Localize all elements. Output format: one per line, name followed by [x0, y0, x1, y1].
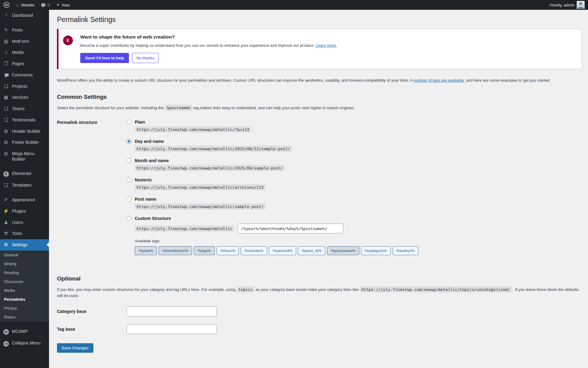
- comment-bubble-icon: [41, 3, 45, 6]
- radio-button[interactable]: [126, 158, 131, 163]
- optional-heading: Optional: [57, 275, 582, 282]
- media-icon: ♫: [3, 50, 9, 55]
- learn-more-link[interactable]: Learn more.: [315, 43, 337, 48]
- sidebar-item-users[interactable]: ♟Users: [0, 217, 49, 228]
- users-person-icon: ♟: [3, 220, 9, 225]
- comments-shortcut[interactable]: 0: [38, 0, 53, 10]
- submenu-item-privacy[interactable]: Privacy: [0, 304, 49, 313]
- notice-decline-button[interactable]: No thanks: [132, 53, 159, 63]
- sidebar-item-dashboard[interactable]: ◔Dashboard: [0, 10, 49, 21]
- sidebar-item-comments[interactable]: Comments: [0, 69, 49, 81]
- permalink-example-url: https://july.finestwp.com/newwp/metallic…: [135, 203, 266, 210]
- sidebar-item-label: Services: [12, 95, 28, 100]
- sidebar-item-posts[interactable]: ✎Posts: [0, 24, 49, 36]
- page-title: Permalink Settings: [56, 10, 582, 24]
- submenu-item-media[interactable]: Media: [0, 286, 49, 295]
- account-menu[interactable]: Howdy, admin: [546, 0, 588, 10]
- common-settings-description: Select the permalink structure for your …: [57, 105, 582, 111]
- tag-button-monthnum[interactable]: %monthnum%: [159, 246, 192, 255]
- sidebar-item-footer-builder[interactable]: ⊞Footer Builder: [0, 137, 49, 148]
- tag-button-postname[interactable]: %postname%: [327, 246, 359, 255]
- permalink-example-url: https://july.finestwp.com/newwp/metallic…: [135, 165, 285, 171]
- sidebar-item-testimonials[interactable]: ❏Testimonials: [0, 114, 49, 126]
- permalink-option-head[interactable]: Custom Structure: [126, 216, 418, 221]
- posts-pin-icon: ✎: [3, 27, 9, 33]
- topics-code: topics: [236, 286, 254, 292]
- sidebar-item-label: Users: [12, 220, 23, 225]
- collapse-arrow-icon: ◀: [3, 340, 9, 347]
- tag-button-author[interactable]: %author%: [393, 246, 418, 255]
- permalink-option-numeric: Numerichttps://july.finestwp.com/newwp/m…: [126, 177, 418, 190]
- permalink-option-head[interactable]: Plain: [126, 120, 418, 125]
- menu-separator: [0, 22, 49, 24]
- permalink-option-label: Day and name: [135, 139, 164, 144]
- example-category-url-code: https://july.finestwp.com/newwp/metallic…: [360, 286, 512, 292]
- elementor-logo-icon: E: [63, 35, 73, 45]
- sidebar-item-settings[interactable]: ⚙Settings: [0, 239, 49, 251]
- sidebar-item-label: Teams: [12, 106, 24, 111]
- save-changes-button[interactable]: Save Changes: [57, 343, 93, 353]
- radio-button[interactable]: [126, 216, 131, 221]
- tag-button-category[interactable]: %category%: [361, 246, 391, 255]
- sidebar-item-services[interactable]: ▦Services: [0, 92, 49, 103]
- metform-form-icon: ▤: [3, 39, 9, 44]
- tag-button-hour[interactable]: %hour%: [217, 246, 239, 255]
- notice-body-text: Become a super contributor by helping us…: [80, 43, 315, 48]
- collapse-arrow-icon: ◀: [3, 341, 9, 347]
- tag-button-second[interactable]: %second%: [269, 246, 296, 255]
- submenu-item-reading[interactable]: Reading: [0, 268, 49, 277]
- custom-structure-input[interactable]: [238, 224, 343, 233]
- sidebar-item-label: MC4WP: [12, 329, 28, 334]
- tag-button-post-id[interactable]: %post_id%: [298, 246, 325, 255]
- notice-content: Want to shape the future of web creation…: [80, 34, 337, 63]
- submenu-item-permalinks[interactable]: Permalinks: [0, 295, 49, 304]
- submenu-item-general[interactable]: General: [0, 251, 49, 259]
- radio-button[interactable]: [126, 177, 131, 182]
- sidebar-item-appearance[interactable]: ✐Appearance: [0, 194, 49, 206]
- notice-accept-button[interactable]: Sure! I'd love to help: [80, 53, 129, 63]
- submenu-item-discussion[interactable]: Discussion: [0, 277, 49, 286]
- sidebar-item-teams[interactable]: ❏Teams: [0, 103, 49, 114]
- sidebar-item-pages[interactable]: ❐Pages: [0, 58, 49, 69]
- sidebar-item-elementor[interactable]: EElementor: [0, 168, 49, 180]
- sidebar-item-label: Dashboard: [12, 13, 33, 18]
- sidebar-item-label: Header Builder: [12, 128, 40, 134]
- sidebar-item-plugins[interactable]: ⚡Plugins: [0, 206, 49, 217]
- sidebar-item-metform[interactable]: ▤MetForm: [0, 36, 49, 47]
- sidebar-item-header-builder[interactable]: ⊞Header Builder: [0, 126, 49, 137]
- sidebar-item-projects[interactable]: ❏Projects: [0, 81, 49, 92]
- sidebar-item-tools[interactable]: ⚒Tools: [0, 228, 49, 239]
- tags-available-link[interactable]: number of tags are available: [413, 78, 464, 83]
- sidebar-item-media[interactable]: ♫Media: [0, 47, 49, 58]
- submenu-item-writing[interactable]: Writing: [0, 259, 49, 268]
- site-name-menu[interactable]: ⌂ Metallic: [13, 0, 38, 10]
- sidebar-item-mega-menu-builder[interactable]: ⊞Mega Menu Builder: [0, 148, 49, 165]
- radio-button[interactable]: [126, 120, 131, 125]
- submenu-item-redux[interactable]: Redux: [0, 313, 49, 322]
- tag-base-input[interactable]: [126, 324, 217, 334]
- tag-button-year[interactable]: %year%: [135, 246, 157, 255]
- tag-base-label: Tag base: [57, 327, 126, 332]
- permalink-option-head[interactable]: Month and name: [126, 158, 418, 163]
- admin-menu: ◔Dashboard✎Posts▤MetForm♫Media❐PagesComm…: [0, 10, 49, 349]
- permalink-option-head[interactable]: Numeric: [126, 177, 418, 182]
- sidebar-item-templates[interactable]: ❏Templates: [0, 180, 49, 191]
- tag-button-day[interactable]: %day%: [194, 246, 215, 255]
- permalink-option-post-name: Post namehttps://july.finestwp.com/newwp…: [126, 197, 418, 209]
- sidebar-item-mc4wp[interactable]: mMC4WP: [0, 326, 49, 337]
- notice-heading: Want to shape the future of web creation…: [80, 34, 337, 40]
- permalink-option-label: Post name: [135, 197, 156, 202]
- sidebar-item-label: Plugins: [12, 208, 26, 214]
- permalink-option-head[interactable]: Post name: [126, 197, 418, 202]
- radio-button[interactable]: [126, 197, 131, 202]
- wordpress-menu[interactable]: W: [0, 0, 13, 10]
- sidebar-item-collapse-menu[interactable]: ◀Collapse Menu: [0, 337, 49, 349]
- new-content-menu[interactable]: + New: [53, 0, 73, 10]
- mc4wp-icon: m: [3, 329, 9, 335]
- category-base-input[interactable]: [126, 307, 217, 316]
- sidebar-item-label: Pages: [12, 61, 24, 66]
- radio-button[interactable]: [126, 139, 131, 144]
- permalink-option-head[interactable]: Day and name: [126, 139, 418, 144]
- tag-button-minute[interactable]: %minute%: [241, 246, 267, 255]
- plugins-plug-icon: ⚡: [3, 208, 9, 214]
